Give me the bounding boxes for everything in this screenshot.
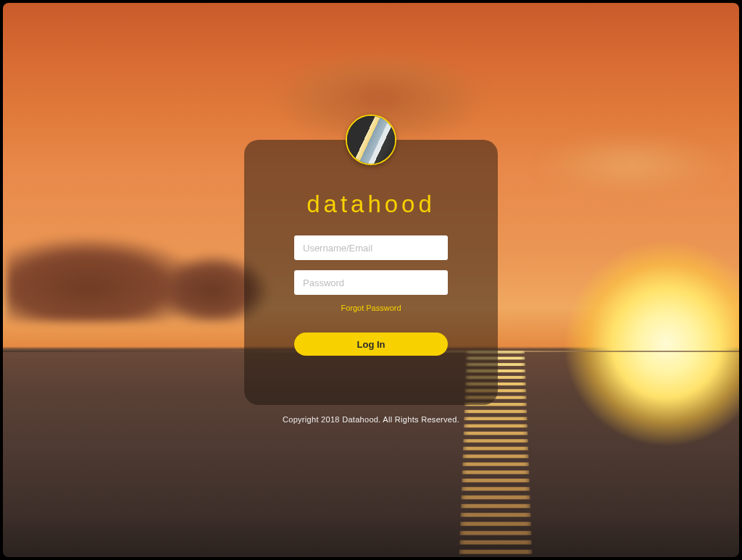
copyright-text: Copyright 2018 Datahood. All Rights Rese… [283,415,459,424]
avatar [346,114,396,165]
login-card: datahood Forgot Password Log In [244,140,498,405]
avatar-image [347,116,395,164]
brand-logo: datahood [307,191,435,218]
login-button[interactable]: Log In [294,333,448,356]
forgot-password-link[interactable]: Forgot Password [341,304,401,312]
background-image: datahood Forgot Password Log In Copyrigh… [3,3,739,557]
username-input[interactable] [294,235,448,260]
password-input[interactable] [294,270,448,295]
